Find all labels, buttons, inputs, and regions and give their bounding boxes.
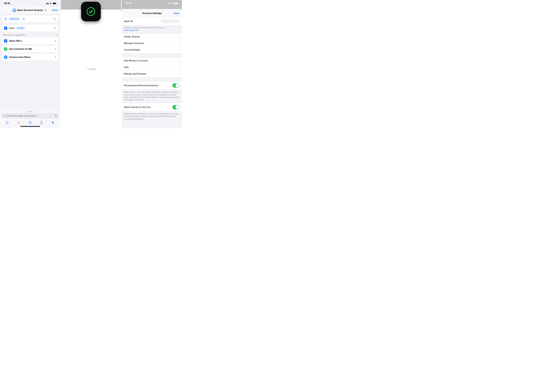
svg-rect-3 <box>48 2 48 4</box>
status-bar: 09:41 <box>0 0 60 7</box>
account-settings-screen: 09:41 Account Settings Done Apple ID Edi… <box>122 0 182 128</box>
svg-rect-21 <box>168 4 168 4</box>
svg-rect-5 <box>53 3 56 4</box>
svg-line-14 <box>86 68 86 68</box>
svg-point-12 <box>87 7 95 15</box>
chevron-right-icon <box>179 59 180 62</box>
family-sharing-cell[interactable]: Family Sharing <box>122 34 182 40</box>
svg-rect-1 <box>47 3 47 4</box>
suggestion-get-contents[interactable]: Get Contents of URL + <box>2 46 58 53</box>
ratings-reviews-cell[interactable]: Ratings and Reviews <box>122 71 182 77</box>
country-region-cell[interactable]: Country/Region <box>122 47 182 53</box>
done-button[interactable]: Done <box>52 9 58 12</box>
title-menu-button[interactable] <box>44 9 47 12</box>
add-suggestion-button[interactable]: + <box>54 39 56 43</box>
action-connector <box>2 22 58 25</box>
svg-rect-23 <box>169 3 169 4</box>
open-action-param[interactable]: URL <box>16 26 25 30</box>
status-bar: 09:41 <box>122 0 182 7</box>
chevron-right-icon <box>179 42 180 45</box>
svg-rect-0 <box>46 4 46 4</box>
done-button[interactable]: Done <box>173 12 179 15</box>
wifi-icon <box>171 2 173 4</box>
shortcuts-editor-screen: 09:41 Open Account Scheme Done <box>0 0 60 128</box>
editor-header: Open Account Scheme Done <box>0 7 60 14</box>
loading-screen: Loading... <box>61 0 121 128</box>
success-overlay <box>81 2 101 21</box>
add-suggestion-button[interactable]: + <box>54 55 56 59</box>
run-button[interactable] <box>51 120 55 125</box>
add-url-button[interactable]: + <box>22 17 26 21</box>
add-money-cell[interactable]: Add Money to Account <box>122 57 182 64</box>
chevron-right-icon <box>179 35 180 38</box>
bottom-drawer <box>0 110 60 128</box>
add-suggestion-button[interactable]: + <box>54 47 56 51</box>
wifi-icon <box>49 2 52 4</box>
share-button[interactable] <box>39 120 44 125</box>
mic-icon[interactable] <box>55 114 57 117</box>
open-urls-icon <box>4 39 7 43</box>
personalized-recs-footer: When turned on, your app usage, download… <box>122 90 182 103</box>
sheet-title: Account Settings <box>131 12 173 15</box>
suggestions-header[interactable]: Next Action Suggestions <box>2 32 58 37</box>
svg-rect-26 <box>175 3 178 4</box>
allow-friends-footer: People who have your phone number or ema… <box>122 111 182 122</box>
chevron-right-icon <box>179 49 180 51</box>
open-action-label: Open <box>9 27 14 30</box>
link-icon <box>4 17 7 21</box>
apple-id-value <box>161 20 180 23</box>
manage-payments-cell[interactable]: Manage Payments <box>122 40 182 47</box>
svg-point-11 <box>30 122 30 122</box>
home-indicator[interactable] <box>20 126 40 127</box>
undo-button[interactable] <box>5 120 9 125</box>
safari-icon <box>13 9 16 12</box>
allow-friends-toggle[interactable] <box>172 105 180 109</box>
loading-sheet: Loading... <box>61 9 121 128</box>
search-bar[interactable] <box>2 113 58 119</box>
appleid-link[interactable]: appleid.apple.com <box>124 29 139 31</box>
allow-friends-cell: Allow Friends to Find You <box>122 103 182 111</box>
info-button[interactable] <box>28 120 32 125</box>
menu-icon <box>4 56 7 59</box>
personalized-recs-toggle[interactable] <box>172 83 180 88</box>
search-input[interactable] <box>7 114 54 117</box>
svg-line-18 <box>85 69 85 70</box>
redo-button[interactable] <box>17 120 21 125</box>
clear-open-button[interactable] <box>53 27 56 30</box>
chevron-right-icon <box>179 66 180 69</box>
download-icon <box>4 47 7 51</box>
open-action-card[interactable]: Open URL <box>2 25 58 32</box>
suggestion-open-urls[interactable]: Open URLs + <box>2 37 58 44</box>
cellular-icon <box>46 2 48 4</box>
cellular-icon <box>168 2 170 4</box>
chevron-right-icon <box>179 72 180 75</box>
editor-toolbar <box>2 119 58 125</box>
shortcut-title[interactable]: Open Account Scheme <box>17 9 43 12</box>
svg-line-16 <box>86 69 86 70</box>
battery-icon <box>174 2 178 4</box>
spinner-icon <box>84 67 87 70</box>
suggestion-choose-menu[interactable]: Choose from Menu + <box>2 54 58 61</box>
url-value[interactable]: itms-ui:// <box>9 17 20 21</box>
personalized-recs-cell: Personalized Recommendations <box>122 81 182 90</box>
loading-label: Loading... <box>88 68 98 70</box>
gifts-cell[interactable]: Gifts <box>122 64 182 71</box>
svg-rect-9 <box>56 114 56 116</box>
battery-icon <box>53 2 57 4</box>
apple-id-cell[interactable]: Apple ID <box>122 18 182 25</box>
url-action-card[interactable]: itms-ui:// + <box>2 15 58 22</box>
drawer-grabber[interactable] <box>28 111 33 112</box>
svg-rect-2 <box>47 3 48 4</box>
status-time: 09:41 <box>126 2 132 5</box>
svg-rect-22 <box>168 3 169 4</box>
svg-rect-24 <box>170 2 170 4</box>
sheet-nav: Account Settings Done <box>122 9 182 18</box>
apple-id-footer: Editing your Apple ID and password will … <box>122 25 182 33</box>
svg-line-20 <box>85 68 85 68</box>
clear-url-button[interactable] <box>53 17 56 21</box>
svg-rect-6 <box>56 3 57 4</box>
status-time: 09:41 <box>4 2 10 5</box>
svg-rect-27 <box>178 3 178 4</box>
open-action-icon <box>4 27 7 30</box>
